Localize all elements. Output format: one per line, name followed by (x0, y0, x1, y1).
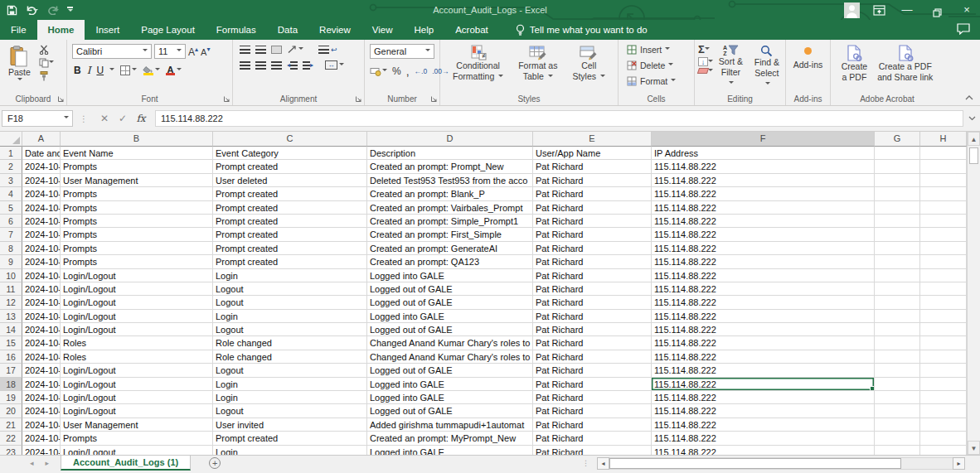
cell-E19[interactable]: Pat Richard (533, 391, 652, 404)
restore-button[interactable] (929, 3, 945, 17)
enter-entry-icon[interactable]: ✓ (114, 113, 132, 124)
cell-H3[interactable] (920, 174, 967, 187)
cell-G23[interactable] (875, 446, 920, 455)
cell-G10[interactable] (875, 269, 920, 282)
cell-B13[interactable]: Login/Logout (61, 310, 213, 323)
cell-E4[interactable]: Pat Richard (533, 187, 652, 200)
cell-C5[interactable]: Prompt created (213, 201, 367, 215)
cell-F7[interactable]: 115.114.88.222 (652, 228, 875, 241)
decrease-indent-button[interactable]: ◂ (287, 61, 298, 70)
cell-B10[interactable]: Login/Logout (61, 269, 213, 282)
cell-G17[interactable] (875, 364, 920, 377)
redo-dropdown-caret[interactable] (54, 9, 59, 14)
cell-G15[interactable] (875, 336, 920, 350)
cell-E10[interactable]: Pat Richard (533, 269, 652, 282)
cell-H20[interactable] (920, 404, 967, 417)
font-size-combobox[interactable]: 11 (154, 44, 186, 59)
row-header-21[interactable]: 21 (0, 418, 22, 432)
column-header-H[interactable]: H (920, 132, 967, 147)
cell-B16[interactable]: Roles (61, 350, 213, 364)
increase-indent-button[interactable]: ▸ (303, 61, 313, 70)
cell-D13[interactable]: Logged into GALE (367, 310, 533, 323)
cell-F23[interactable]: 115.114.88.222 (652, 446, 875, 455)
tab-view[interactable]: View (361, 20, 404, 40)
column-header-G[interactable]: G (875, 132, 920, 147)
cell-G12[interactable] (875, 296, 920, 309)
cell-F11[interactable]: 115.114.88.222 (652, 282, 875, 296)
cell-A1[interactable]: Date and Time (22, 147, 61, 160)
cell-H8[interactable] (920, 242, 967, 255)
cell-E21[interactable]: Pat Richard (533, 418, 652, 432)
cell-F18[interactable]: 115.114.88.222 (652, 378, 875, 391)
cell-H9[interactable] (920, 255, 967, 268)
cell-C9[interactable]: Prompt created (213, 255, 367, 268)
cell-F6[interactable]: 115.114.88.222 (652, 215, 875, 228)
create-pdf-button[interactable]: Create a PDF (838, 42, 871, 83)
cell-C23[interactable]: Login (213, 446, 367, 455)
cell-H16[interactable] (920, 350, 967, 364)
comment-bubble-icon[interactable] (957, 23, 970, 35)
insert-function-button[interactable]: fx (132, 113, 150, 124)
font-name-combobox[interactable]: Calibri (72, 44, 152, 59)
cell-E20[interactable]: Pat Richard (533, 404, 652, 417)
cell-E23[interactable]: Pat Richard (533, 446, 652, 455)
cell-E18[interactable]: Pat Richard (533, 378, 652, 391)
cell-E13[interactable]: Pat Richard (533, 310, 652, 323)
cell-A15[interactable]: 2024-10-29 (22, 336, 61, 350)
undo-button[interactable] (26, 5, 38, 15)
cell-styles-button[interactable]: Cell Styles (569, 42, 609, 82)
row-header-6[interactable]: 6 (0, 215, 22, 228)
cell-B21[interactable]: User Management (61, 418, 213, 432)
cell-B17[interactable]: Login/Logout (61, 364, 213, 377)
cell-A8[interactable]: 2024-10-29 (22, 242, 61, 255)
cell-G2[interactable] (875, 160, 920, 173)
paste-button[interactable]: Paste (5, 43, 34, 83)
cell-G22[interactable] (875, 432, 920, 445)
shrink-font-button[interactable]: A▾ (201, 46, 210, 57)
cell-H4[interactable] (920, 187, 967, 200)
cell-B12[interactable]: Login/Logout (61, 296, 213, 309)
cell-F3[interactable]: 115.114.88.222 (652, 174, 875, 187)
cell-D3[interactable]: Deleted Test953 Test953 from the acco (367, 174, 533, 187)
tab-review[interactable]: Review (308, 20, 361, 40)
cell-H22[interactable] (920, 432, 967, 445)
cell-D2[interactable]: Created an prompt: Prompt_New (367, 160, 533, 173)
cell-E12[interactable]: Pat Richard (533, 296, 652, 309)
row-header-8[interactable]: 8 (0, 242, 22, 255)
scroll-down-arrow[interactable]: ▼ (968, 441, 980, 455)
cell-E5[interactable]: Pat Richard (533, 201, 652, 215)
scroll-left-arrow[interactable]: ◂ (597, 457, 609, 470)
cell-G11[interactable] (875, 282, 920, 296)
cell-G13[interactable] (875, 310, 920, 323)
cell-C21[interactable]: User invited (213, 418, 367, 432)
cell-C20[interactable]: Logout (213, 404, 367, 417)
comma-style-button[interactable]: , (406, 65, 410, 78)
borders-button[interactable] (120, 65, 137, 75)
row-header-13[interactable]: 13 (0, 310, 22, 323)
cell-G9[interactable] (875, 255, 920, 268)
cell-A2[interactable]: 2024-10-30 (22, 160, 61, 173)
cell-H14[interactable] (920, 323, 967, 336)
cell-C2[interactable]: Prompt created (213, 160, 367, 173)
font-dialog-launcher[interactable] (223, 95, 230, 103)
row-header-15[interactable]: 15 (0, 336, 22, 350)
name-box-caret[interactable] (64, 116, 69, 121)
cell-F19[interactable]: 115.114.88.222 (652, 391, 875, 404)
column-header-D[interactable]: D (367, 132, 533, 147)
format-as-table-button[interactable]: Format as Table (515, 42, 560, 82)
cell-D4[interactable]: Created an prompt: Blank_P (367, 187, 533, 200)
cell-F9[interactable]: 115.114.88.222 (652, 255, 875, 268)
cell-C1[interactable]: Event Category (213, 147, 367, 160)
row-header-10[interactable]: 10 (0, 269, 22, 282)
alignment-dialog-launcher[interactable] (355, 95, 362, 103)
cell-B9[interactable]: Prompts (61, 255, 213, 268)
row-header-14[interactable]: 14 (0, 323, 22, 336)
cell-E11[interactable]: Pat Richard (533, 282, 652, 296)
formula-input[interactable]: 115.114.88.222 (155, 110, 963, 127)
cell-G8[interactable] (875, 242, 920, 255)
select-all-corner[interactable] (0, 132, 22, 147)
column-header-C[interactable]: C (213, 132, 367, 147)
row-header-19[interactable]: 19 (0, 391, 22, 404)
cell-B5[interactable]: Prompts (61, 201, 213, 215)
format-painter-button[interactable] (39, 71, 54, 81)
